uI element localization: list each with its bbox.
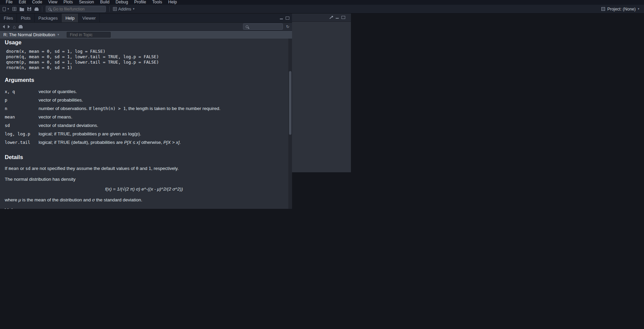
menu-file[interactable]: File xyxy=(3,0,16,5)
print-icon[interactable] xyxy=(19,26,23,28)
argument-definition: vector of probabilities. xyxy=(39,97,283,103)
argument-row: meanvector of means. xyxy=(5,114,283,120)
menu-plots[interactable]: Plots xyxy=(60,0,76,5)
arguments-heading: Arguments xyxy=(5,77,283,83)
argument-definition: number of observations. If length(n) > 1… xyxy=(39,106,283,111)
search-icon xyxy=(48,8,51,10)
argument-definition: logical; if TRUE (default), probabilitie… xyxy=(39,139,283,145)
usage-code-block: dnorm(x, mean = 0, sd = 1, log = FALSE)p… xyxy=(6,49,283,70)
argument-row: lower.taillogical; if TRUE (default), pr… xyxy=(5,139,283,145)
addins-menu[interactable]: Addins▾ xyxy=(113,7,135,12)
print-icon[interactable] xyxy=(35,8,39,11)
caret-down-icon: ▾ xyxy=(58,33,59,36)
help-search[interactable] xyxy=(243,23,283,30)
argument-row: log, log.plogical; if TRUE, probabilitie… xyxy=(5,131,283,137)
clear-console-icon[interactable] xyxy=(329,16,333,20)
argument-row: nnumber of observations. If length(n) > … xyxy=(5,106,283,111)
minimize-icon[interactable] xyxy=(335,16,339,19)
help-toolbar: ⌂ ↻ xyxy=(0,23,292,31)
pane-window-buttons xyxy=(280,14,292,22)
menu-edit[interactable]: Edit xyxy=(16,0,29,5)
addins-label: Addins xyxy=(118,7,131,12)
details-paragraph: If mean or sd are not specified they ass… xyxy=(5,166,283,171)
tab-viewer[interactable]: Viewer xyxy=(79,14,100,22)
find-in-topic-input[interactable] xyxy=(70,32,108,37)
toolbar-separator xyxy=(109,6,110,12)
caret-down-icon: ▾ xyxy=(133,7,135,10)
menu-view[interactable]: View xyxy=(45,0,61,5)
density-formula: f(x) = 1/(√(2 π) σ) e^-((x - μ)^2/(2 σ^2… xyxy=(5,186,283,192)
goto-file-search[interactable] xyxy=(46,6,106,12)
project-label: Project: (None) xyxy=(607,7,636,12)
argument-term: lower.tail xyxy=(5,139,39,145)
tab-packages[interactable]: Packages xyxy=(35,14,62,22)
project-menu[interactable]: Project: (None) ▾ xyxy=(601,7,641,12)
caret-down-icon: ▾ xyxy=(638,7,639,10)
home-icon[interactable]: ⌂ xyxy=(13,24,16,29)
menu-debug[interactable]: Debug xyxy=(113,0,131,5)
tab-label: Files xyxy=(4,16,13,21)
vertical-scrollbar[interactable] xyxy=(288,39,292,209)
tab-help[interactable]: Help xyxy=(62,14,79,22)
usage-code-line: pnorm(q, mean = 0, sd = 1, lower.tail = … xyxy=(6,54,283,60)
menu-session[interactable]: Session xyxy=(76,0,97,5)
toolbar-separator xyxy=(42,6,42,12)
back-icon[interactable] xyxy=(3,25,5,28)
open-file-icon[interactable] xyxy=(20,8,24,11)
argument-definition: vector of means. xyxy=(39,114,283,120)
details-heading: Details xyxy=(5,154,283,160)
argument-term: log, log.p xyxy=(5,131,39,137)
scrollbar-thumb[interactable] xyxy=(289,71,291,135)
help-topic-title[interactable]: R: The Normal Distribution xyxy=(3,32,55,37)
argument-row: sdvector of standard deviations. xyxy=(5,123,283,128)
search-icon xyxy=(246,25,248,28)
argument-row: x, qvector of quantiles. xyxy=(5,89,283,94)
menu-build[interactable]: Build xyxy=(97,0,113,5)
goto-file-input[interactable] xyxy=(53,7,103,12)
refresh-icon[interactable]: ↻ xyxy=(286,25,289,29)
argument-term: p xyxy=(5,97,39,103)
tab-files[interactable]: Files xyxy=(0,14,17,22)
argument-definition: logical; if TRUE, probabilities p are gi… xyxy=(39,131,283,137)
help-pane: FilesPlotsPackagesHelpViewer ⌂ ↻ R: The … xyxy=(0,14,292,209)
help-content: Usage dnorm(x, mean = 0, sd = 1, log = F… xyxy=(0,39,292,209)
caret-down-icon: ▾ xyxy=(7,7,9,10)
menu-bar: FileEditCodeViewPlotsSessionBuildDebugPr… xyxy=(0,0,644,5)
argument-row: pvector of probabilities. xyxy=(5,97,283,103)
maximize-icon[interactable] xyxy=(341,16,345,19)
argument-definition: vector of standard deviations. xyxy=(39,123,283,128)
help-tabbar: FilesPlotsPackagesHelpViewer xyxy=(0,14,292,23)
new-file-button[interactable]: ▾ xyxy=(3,7,9,11)
maximize-icon[interactable] xyxy=(286,17,289,20)
save-icon[interactable] xyxy=(27,7,31,11)
argument-term: sd xyxy=(5,123,39,128)
usage-code-line: rnorm(n, mean = 0, sd = 1) xyxy=(6,65,283,70)
pane-window-buttons xyxy=(329,16,348,20)
menu-profile[interactable]: Profile xyxy=(131,0,149,5)
usage-code-line: dnorm(x, mean = 0, sd = 1, log = FALSE) xyxy=(6,49,283,54)
find-in-topic[interactable] xyxy=(67,32,111,38)
menu-help[interactable]: Help xyxy=(165,0,180,5)
tab-plots[interactable]: Plots xyxy=(17,14,35,22)
new-file-icon xyxy=(3,7,6,11)
tab-label: Plots xyxy=(21,16,30,21)
main-toolbar: ▾ Addins▾ Project: (None) ▾ xyxy=(0,5,644,14)
tab-label: Viewer xyxy=(82,16,96,21)
value-heading: Value xyxy=(5,207,283,209)
arguments-table: x, qvector of quantiles.pvector of proba… xyxy=(5,89,283,145)
details-paragraph: The normal distribution has density xyxy=(5,176,283,182)
argument-term: x, q xyxy=(5,89,39,94)
details-paragraph: where μ is the mean of the distribution … xyxy=(5,197,283,203)
help-search-input[interactable] xyxy=(250,24,280,29)
minimize-icon[interactable] xyxy=(280,17,283,20)
menu-tools[interactable]: Tools xyxy=(149,0,165,5)
tab-label: Packages xyxy=(38,16,58,21)
addins-icon xyxy=(113,7,117,11)
new-project-icon[interactable] xyxy=(13,7,16,11)
argument-definition: vector of quantiles. xyxy=(39,89,283,94)
usage-code-line: qnorm(p, mean = 0, sd = 1, lower.tail = … xyxy=(6,60,283,65)
menu-code[interactable]: Code xyxy=(29,0,45,5)
forward-icon[interactable] xyxy=(8,25,10,28)
project-icon xyxy=(601,7,605,11)
rstudio-window: FileEditCodeViewPlotsSessionBuildDebugPr… xyxy=(0,0,644,329)
